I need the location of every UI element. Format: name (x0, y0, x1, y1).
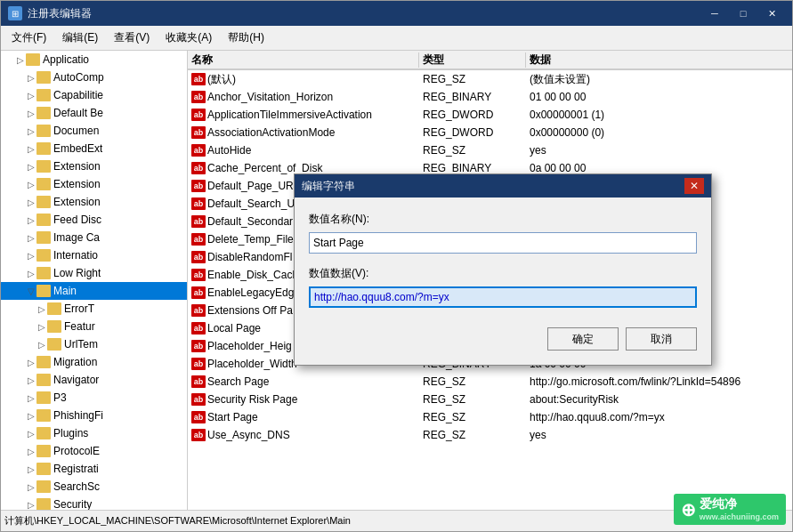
reg-name: Default_Page_URL (207, 180, 299, 192)
tree-item-extension3[interactable]: ▷ Extension (1, 193, 187, 211)
tree-label: Migration (53, 356, 97, 368)
tree-label: EmbedExt (53, 142, 102, 155)
dialog-name-input[interactable] (309, 232, 697, 254)
dialog-data-input[interactable] (309, 286, 697, 308)
reg-icon: ab (191, 286, 206, 299)
status-path: 计算机\HKEY_LOCAL_MACHINE\SOFTWARE\Microsof… (4, 514, 351, 528)
tree-item-capabilities[interactable]: ▷ Capabilitie (1, 86, 187, 104)
table-row[interactable]: ab (默认) REG_SZ (数值未设置) (188, 70, 792, 88)
tree-item-feeddisc[interactable]: ▷ Feed Disc (1, 211, 187, 229)
reg-name: AssociationActivationMode (207, 126, 335, 139)
tree-item-extension2[interactable]: ▷ Extension (1, 175, 187, 193)
folder-icon (36, 107, 51, 119)
menu-help[interactable]: 帮助(H) (221, 28, 271, 48)
reg-name: Placeholder_Width (207, 358, 297, 370)
dialog-cancel-button[interactable]: 取消 (626, 327, 697, 351)
tree-arrow: ▷ (26, 197, 36, 207)
app-icon: ⊞ (8, 6, 22, 20)
dialog-title: 编辑字符串 (302, 179, 355, 194)
reg-cell-type: REG_SZ (419, 429, 526, 441)
maximize-button[interactable]: □ (730, 4, 757, 22)
title-bar: ⊞ 注册表编辑器 ─ □ ✕ (1, 1, 792, 26)
tree-label: Extension (53, 178, 101, 190)
tree-arrow: ▷ (26, 482, 36, 492)
reg-icon: ab (191, 340, 206, 352)
tree-item-extension1[interactable]: ▷ Extension (1, 157, 187, 175)
tree-label: Registrati (53, 463, 99, 475)
menu-file[interactable]: 文件(F) (4, 28, 53, 48)
tree-arrow: ▷ (26, 500, 36, 510)
tree-item-imageca[interactable]: ▷ Image Ca (1, 229, 187, 246)
tree-item-plugins[interactable]: ▷ Plugins (1, 424, 187, 442)
reg-cell-name: ab Start Page (188, 411, 419, 423)
table-row[interactable]: ab AutoHide REG_SZ yes (188, 141, 792, 159)
tree-arrow: ▷ (36, 304, 47, 314)
reg-name: Local Page (207, 322, 261, 335)
tree-item-searchsc[interactable]: ▷ SearchSc (1, 478, 187, 496)
reg-cell-data: http://go.microsoft.com/fwlink/?LinkId=5… (526, 375, 792, 388)
title-controls: ─ □ ✕ (701, 4, 785, 22)
tree-label: PhishingFi (53, 409, 103, 422)
tree-item-internatio[interactable]: ▷ Internatio (1, 246, 187, 264)
tree-label: P3 (53, 391, 67, 404)
folder-icon (47, 302, 61, 315)
close-button[interactable]: ✕ (758, 4, 785, 22)
folder-icon (47, 338, 61, 351)
table-row[interactable]: ab Security Risk Page REG_SZ about:Secur… (188, 391, 792, 408)
reg-icon: ab (191, 304, 206, 317)
table-row[interactable]: ab Use_Async_DNS REG_SZ yes (188, 426, 792, 444)
menu-view[interactable]: 查看(V) (107, 28, 157, 48)
folder-icon (36, 463, 51, 475)
watermark-brand: 爱纯净 (700, 496, 779, 512)
tree-item-main[interactable]: ▽ Main (1, 282, 187, 300)
tree-arrow: ▷ (26, 447, 36, 456)
tree-item-navigator[interactable]: ▷ Navigator (1, 371, 187, 389)
menu-edit[interactable]: 编辑(E) (55, 28, 105, 48)
menu-favorites[interactable]: 收藏夹(A) (158, 28, 219, 48)
table-row[interactable]: ab AssociationActivationMode REG_DWORD 0… (188, 124, 792, 141)
reg-cell-name: ab Search Page (188, 375, 419, 388)
table-row[interactable]: ab Start Page REG_SZ http://hao.qquu8.co… (188, 408, 792, 426)
tree-item-urltem[interactable]: ▷ UrlTem (1, 335, 187, 353)
folder-icon (36, 160, 51, 173)
reg-cell-data: about:SecurityRisk (526, 393, 792, 406)
tree-item-protocole[interactable]: ▷ ProtocolE (1, 442, 187, 460)
reg-name: EnableLegacyEdg (207, 286, 294, 299)
tree-item-document[interactable]: ▷ Documen (1, 122, 187, 140)
watermark-icon: ⊕ (681, 499, 696, 520)
reg-cell-type: REG_BINARY (419, 162, 526, 174)
reg-cell-data: yes (526, 429, 792, 441)
tree-item-registrati[interactable]: ▷ Registrati (1, 460, 187, 478)
tree-item-lowright[interactable]: ▷ Low Right (1, 264, 187, 282)
tree-item-errort[interactable]: ▷ ErrorT (1, 300, 187, 318)
reg-cell-name: ab AssociationActivationMode (188, 126, 419, 139)
tree-arrow: ▷ (26, 464, 36, 474)
reg-icon: ab (191, 180, 206, 192)
dialog-close-button[interactable]: ✕ (684, 178, 704, 194)
minimize-button[interactable]: ─ (701, 4, 728, 22)
tree-item-embedext[interactable]: ▷ EmbedExt (1, 140, 187, 157)
tree-panel[interactable]: ▷ Applicatio ▷ AutoComp ▷ Capabilitie ▷ … (1, 51, 188, 510)
tree-label: Feed Disc (53, 214, 101, 226)
table-row[interactable]: ab Search Page REG_SZ http://go.microsof… (188, 373, 792, 391)
reg-icon: ab (191, 215, 206, 228)
tree-item-autocomp[interactable]: ▷ AutoComp (1, 69, 187, 86)
tree-item-featur[interactable]: ▷ Featur (1, 318, 187, 335)
tree-arrow: ▽ (26, 286, 36, 296)
dialog-data-label: 数值数据(V): (309, 266, 697, 281)
tree-arrow: ▷ (26, 358, 36, 367)
tree-item-p3[interactable]: ▷ P3 (1, 389, 187, 407)
tree-item-defaultbe[interactable]: ▷ Default Be (1, 104, 187, 122)
table-row[interactable]: ab ApplicationTileImmersiveActivation RE… (188, 106, 792, 124)
tree-item-application[interactable]: ▷ Applicatio (1, 51, 187, 69)
reg-name: (默认) (207, 72, 236, 87)
tree-item-migration[interactable]: ▷ Migration (1, 353, 187, 371)
folder-icon (36, 196, 51, 208)
table-row[interactable]: ab Anchor_Visitation_Horizon REG_BINARY … (188, 88, 792, 106)
tree-item-phishingfi[interactable]: ▷ PhishingFi (1, 407, 187, 424)
tree-label: Featur (64, 320, 95, 333)
reg-name: Extensions Off Pa (207, 304, 293, 317)
folder-icon (36, 391, 51, 404)
tree-item-security[interactable]: ▷ Security (1, 496, 187, 510)
dialog-confirm-button[interactable]: 确定 (547, 327, 619, 351)
